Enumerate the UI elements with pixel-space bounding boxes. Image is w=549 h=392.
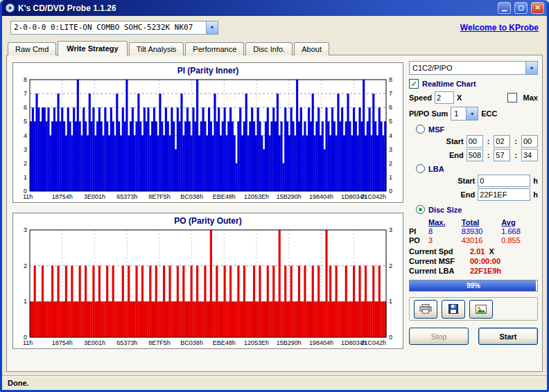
- current-msf-label: Current MSF: [409, 257, 469, 265]
- status-text: Done.: [8, 379, 29, 387]
- svg-text:21C042h: 21C042h: [360, 339, 386, 346]
- svg-text:BC038h: BC038h: [180, 193, 203, 200]
- svg-text:3: 3: [389, 146, 392, 153]
- lba-label: LBA: [428, 165, 444, 173]
- start-button[interactable]: Start: [478, 328, 538, 345]
- svg-text:21C042h: 21C042h: [360, 193, 386, 200]
- stats-row-label: PO: [409, 236, 428, 245]
- svg-text:65373h: 65373h: [116, 339, 137, 346]
- current-lba-row: Current LBA 22F1E9h: [409, 267, 538, 275]
- tab-write-strategy[interactable]: Write Strategy: [58, 41, 127, 56]
- welcome-link[interactable]: Welcome to KProbe: [460, 23, 539, 33]
- disc-size-label: Disc Size: [428, 206, 462, 214]
- pipo-sum-selector[interactable]: 1 ▼: [451, 107, 478, 121]
- svg-text:BC038h: BC038h: [180, 339, 203, 346]
- msf-start-min-field[interactable]: [467, 135, 483, 148]
- pipo-sum-label: PI/PO Sum: [409, 109, 448, 118]
- stop-button[interactable]: Stop: [409, 328, 469, 345]
- msf-start-sec-field[interactable]: [494, 135, 510, 148]
- drive-selector[interactable]: 2-0-0-0 0:LITE-ON COMBO SOHC-5232K NK07 …: [10, 21, 218, 35]
- print-button[interactable]: [414, 300, 437, 319]
- po-chart-title: PO (Parity Outer): [13, 215, 403, 226]
- svg-text:11h: 11h: [23, 339, 33, 346]
- printer-icon: [419, 304, 432, 314]
- chevron-down-icon[interactable]: ▼: [525, 62, 537, 74]
- msf-separator: :: [513, 137, 518, 145]
- svg-text:2: 2: [389, 160, 392, 167]
- tab-about[interactable]: About: [294, 42, 329, 55]
- lba-radio[interactable]: [416, 164, 425, 173]
- current-speed-value: 2.01: [470, 247, 485, 256]
- svg-text:18754h: 18754h: [52, 339, 73, 346]
- speed-input[interactable]: [435, 91, 454, 104]
- stats-header-total: Total: [462, 218, 501, 227]
- svg-text:0: 0: [389, 188, 392, 195]
- msf-radio[interactable]: [416, 125, 425, 134]
- minimize-button[interactable]: ▁: [498, 2, 511, 14]
- stats-row-po: PO 3 43016 0.855: [409, 236, 538, 245]
- window-title: K's CD/DVD Probe 1.1.26: [18, 3, 496, 13]
- lba-end-label: End: [460, 190, 475, 199]
- current-msf-row: Current MSF 00:00:00: [409, 257, 538, 265]
- charts-column: PI (Parity Inner) 00112233445566778811h1…: [12, 61, 403, 367]
- progress-percent: 99%: [410, 280, 537, 291]
- svg-text:6: 6: [24, 104, 27, 111]
- msf-start-label: Start: [446, 137, 464, 145]
- mode-selector[interactable]: C1C2/PIPO ▼: [409, 61, 538, 75]
- current-speed-row: Current Spd 2.01 X: [409, 247, 538, 256]
- max-speed-checkbox[interactable]: [507, 93, 517, 103]
- mode-selector-value: C1C2/PIPO: [410, 62, 455, 74]
- maximize-button[interactable]: ▢: [514, 2, 528, 14]
- svg-text:EBE48h: EBE48h: [213, 339, 236, 346]
- current-speed-label: Current Spd: [409, 247, 469, 256]
- svg-text:12053Eh: 12053Eh: [244, 193, 269, 200]
- tab-page-write-strategy: PI (Parity Inner) 00112233445566778811h1…: [6, 55, 543, 372]
- svg-text:65373h: 65373h: [116, 193, 137, 200]
- tab-raw-cmd[interactable]: Raw Cmd: [8, 42, 56, 55]
- realtime-chart-checkbox[interactable]: ✓: [409, 79, 419, 89]
- msf-end-frame-field[interactable]: [521, 149, 538, 161]
- svg-text:3: 3: [24, 146, 27, 153]
- po-avg-value: 0.855: [501, 236, 538, 245]
- svg-text:11h: 11h: [23, 193, 33, 200]
- chevron-down-icon[interactable]: ▼: [206, 21, 218, 34]
- chevron-down-icon[interactable]: ▼: [466, 107, 478, 120]
- image-icon: [476, 305, 487, 314]
- stats-row-label: PI: [409, 227, 428, 236]
- tab-disc-info[interactable]: Disc Info.: [245, 42, 293, 55]
- tab-tilt-analysis[interactable]: Tilt Analysis: [129, 42, 184, 55]
- svg-text:15B290h: 15B290h: [277, 339, 302, 346]
- save-button[interactable]: [442, 300, 465, 319]
- current-lba-label: Current LBA: [409, 267, 469, 275]
- close-button[interactable]: ✕: [531, 2, 544, 14]
- svg-text:198404h: 198404h: [309, 339, 333, 346]
- svg-text:1: 1: [389, 174, 392, 181]
- tab-performance[interactable]: Performance: [185, 42, 244, 55]
- msf-separator: :: [486, 151, 491, 159]
- disc-size-radio[interactable]: [416, 205, 425, 214]
- svg-text:3E001h: 3E001h: [84, 339, 105, 346]
- po-max-value: 3: [428, 236, 462, 245]
- app-window: K's CD/DVD Probe 1.1.26 ▁ ▢ ✕ 2-0-0-0 0:…: [0, 0, 549, 392]
- save-image-button[interactable]: [469, 300, 493, 319]
- msf-end-sec-field[interactable]: [494, 149, 510, 161]
- msf-separator: :: [513, 151, 518, 159]
- svg-text:8: 8: [24, 76, 27, 83]
- lba-start-label: Start: [458, 177, 475, 185]
- pi-avg-value: 1.668: [501, 227, 538, 236]
- svg-text:4: 4: [389, 132, 392, 139]
- svg-text:3: 3: [24, 226, 27, 233]
- msf-end-min-field[interactable]: [467, 149, 483, 161]
- realtime-chart-label: Realtime Chart: [422, 80, 476, 88]
- lba-start-field[interactable]: [478, 175, 530, 187]
- lba-end-field[interactable]: [478, 188, 530, 201]
- svg-text:12053Eh: 12053Eh: [244, 339, 269, 346]
- action-buttons: Stop Start: [409, 328, 538, 345]
- svg-text:1: 1: [24, 174, 27, 181]
- stats-header-max: Max.: [428, 218, 462, 227]
- svg-text:198404h: 198404h: [309, 193, 333, 200]
- lba-end-unit: h: [533, 190, 538, 199]
- svg-text:0: 0: [389, 334, 392, 341]
- msf-start-frame-field[interactable]: [521, 135, 538, 148]
- po-chart: PO (Parity Outer) 0011223311h18754h3E001…: [12, 213, 403, 349]
